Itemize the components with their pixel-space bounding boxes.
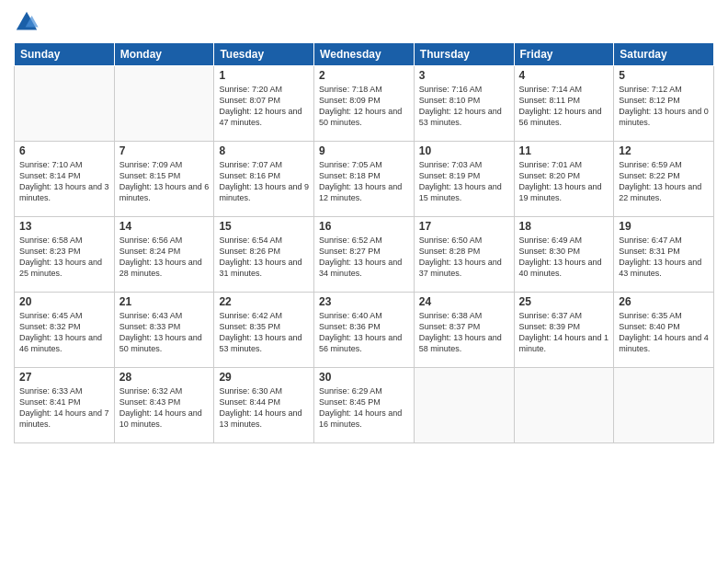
cell-content: Sunrise: 6:45 AM Sunset: 8:32 PM Dayligh… <box>19 310 109 355</box>
day-number: 21 <box>119 295 210 308</box>
cell-content: Sunrise: 7:03 AM Sunset: 8:19 PM Dayligh… <box>419 159 509 204</box>
calendar-cell: 1Sunrise: 7:20 AM Sunset: 8:07 PM Daylig… <box>214 66 314 142</box>
cell-content: Sunrise: 6:42 AM Sunset: 8:35 PM Dayligh… <box>219 310 309 355</box>
cell-content: Sunrise: 6:30 AM Sunset: 8:44 PM Dayligh… <box>219 385 309 431</box>
cell-content: Sunrise: 7:14 AM Sunset: 8:11 PM Dayligh… <box>519 84 609 129</box>
cell-content: Sunrise: 6:59 AM Sunset: 8:22 PM Dayligh… <box>619 159 709 204</box>
day-number: 5 <box>619 69 709 82</box>
day-header: Saturday <box>614 43 714 66</box>
calendar-cell <box>15 66 115 142</box>
day-number: 14 <box>119 220 210 233</box>
calendar-cell: 20Sunrise: 6:45 AM Sunset: 8:32 PM Dayli… <box>15 293 115 368</box>
calendar-cell: 25Sunrise: 6:37 AM Sunset: 8:39 PM Dayli… <box>514 293 614 368</box>
calendar-cell <box>614 368 714 443</box>
calendar-cell: 23Sunrise: 6:40 AM Sunset: 8:36 PM Dayli… <box>314 293 415 368</box>
calendar-cell: 3Sunrise: 7:16 AM Sunset: 8:10 PM Daylig… <box>414 66 514 142</box>
calendar-cell: 10Sunrise: 7:03 AM Sunset: 8:19 PM Dayli… <box>414 142 514 217</box>
cell-content: Sunrise: 7:09 AM Sunset: 8:15 PM Dayligh… <box>119 159 210 204</box>
day-header: Thursday <box>414 43 514 66</box>
calendar-cell: 13Sunrise: 6:58 AM Sunset: 8:23 PM Dayli… <box>15 217 115 293</box>
day-number: 9 <box>319 144 409 157</box>
page: SundayMondayTuesdayWednesdayThursdayFrid… <box>0 0 728 563</box>
calendar-header-row: SundayMondayTuesdayWednesdayThursdayFrid… <box>15 43 714 66</box>
day-number: 29 <box>219 371 309 384</box>
calendar-cell <box>514 368 614 443</box>
calendar-cell: 30Sunrise: 6:29 AM Sunset: 8:45 PM Dayli… <box>314 368 415 443</box>
cell-content: Sunrise: 6:37 AM Sunset: 8:39 PM Dayligh… <box>519 310 609 355</box>
calendar-cell: 29Sunrise: 6:30 AM Sunset: 8:44 PM Dayli… <box>214 368 314 443</box>
day-header: Monday <box>114 43 214 66</box>
day-header: Friday <box>514 43 614 66</box>
day-number: 20 <box>19 295 109 308</box>
calendar-cell: 17Sunrise: 6:50 AM Sunset: 8:28 PM Dayli… <box>414 217 514 293</box>
day-number: 1 <box>219 69 309 82</box>
calendar: SundayMondayTuesdayWednesdayThursdayFrid… <box>14 42 714 443</box>
day-number: 16 <box>319 220 409 233</box>
calendar-cell: 8Sunrise: 7:07 AM Sunset: 8:16 PM Daylig… <box>214 142 314 217</box>
day-number: 17 <box>419 220 509 233</box>
calendar-cell: 2Sunrise: 7:18 AM Sunset: 8:09 PM Daylig… <box>314 66 415 142</box>
day-number: 19 <box>619 220 709 233</box>
day-number: 24 <box>419 295 509 308</box>
cell-content: Sunrise: 6:49 AM Sunset: 8:30 PM Dayligh… <box>519 235 609 280</box>
day-header: Wednesday <box>314 43 415 66</box>
day-number: 23 <box>319 295 409 308</box>
calendar-week-row: 27Sunrise: 6:33 AM Sunset: 8:41 PM Dayli… <box>15 368 714 443</box>
cell-content: Sunrise: 6:35 AM Sunset: 8:40 PM Dayligh… <box>619 310 709 355</box>
cell-content: Sunrise: 7:01 AM Sunset: 8:20 PM Dayligh… <box>519 159 609 204</box>
calendar-cell: 26Sunrise: 6:35 AM Sunset: 8:40 PM Dayli… <box>614 293 714 368</box>
calendar-cell: 24Sunrise: 6:38 AM Sunset: 8:37 PM Dayli… <box>414 293 514 368</box>
day-header: Sunday <box>15 43 115 66</box>
day-number: 25 <box>519 295 609 308</box>
cell-content: Sunrise: 7:12 AM Sunset: 8:12 PM Dayligh… <box>619 84 709 129</box>
day-number: 4 <box>519 69 609 82</box>
calendar-cell: 28Sunrise: 6:32 AM Sunset: 8:43 PM Dayli… <box>114 368 214 443</box>
calendar-cell: 15Sunrise: 6:54 AM Sunset: 8:26 PM Dayli… <box>214 217 314 293</box>
cell-content: Sunrise: 6:52 AM Sunset: 8:27 PM Dayligh… <box>319 235 409 280</box>
calendar-cell: 6Sunrise: 7:10 AM Sunset: 8:14 PM Daylig… <box>15 142 115 217</box>
cell-content: Sunrise: 6:56 AM Sunset: 8:24 PM Dayligh… <box>119 235 210 280</box>
day-number: 30 <box>319 371 409 384</box>
calendar-cell <box>114 66 214 142</box>
calendar-cell: 5Sunrise: 7:12 AM Sunset: 8:12 PM Daylig… <box>614 66 714 142</box>
day-number: 27 <box>19 371 109 384</box>
calendar-cell: 19Sunrise: 6:47 AM Sunset: 8:31 PM Dayli… <box>614 217 714 293</box>
cell-content: Sunrise: 7:07 AM Sunset: 8:16 PM Dayligh… <box>219 159 309 204</box>
calendar-week-row: 1Sunrise: 7:20 AM Sunset: 8:07 PM Daylig… <box>15 66 714 142</box>
calendar-week-row: 13Sunrise: 6:58 AM Sunset: 8:23 PM Dayli… <box>15 217 714 293</box>
day-number: 26 <box>619 295 709 308</box>
logo-icon <box>14 9 40 35</box>
cell-content: Sunrise: 6:54 AM Sunset: 8:26 PM Dayligh… <box>219 235 309 280</box>
day-number: 18 <box>519 220 609 233</box>
cell-content: Sunrise: 6:47 AM Sunset: 8:31 PM Dayligh… <box>619 235 709 280</box>
cell-content: Sunrise: 6:32 AM Sunset: 8:43 PM Dayligh… <box>119 385 210 431</box>
calendar-cell: 16Sunrise: 6:52 AM Sunset: 8:27 PM Dayli… <box>314 217 415 293</box>
day-number: 3 <box>419 69 509 82</box>
day-header: Tuesday <box>214 43 314 66</box>
calendar-week-row: 6Sunrise: 7:10 AM Sunset: 8:14 PM Daylig… <box>15 142 714 217</box>
calendar-cell: 9Sunrise: 7:05 AM Sunset: 8:18 PM Daylig… <box>314 142 415 217</box>
calendar-cell: 12Sunrise: 6:59 AM Sunset: 8:22 PM Dayli… <box>614 142 714 217</box>
cell-content: Sunrise: 7:10 AM Sunset: 8:14 PM Dayligh… <box>19 159 109 204</box>
day-number: 15 <box>219 220 309 233</box>
day-number: 10 <box>419 144 509 157</box>
cell-content: Sunrise: 7:05 AM Sunset: 8:18 PM Dayligh… <box>319 159 409 204</box>
cell-content: Sunrise: 6:50 AM Sunset: 8:28 PM Dayligh… <box>419 235 509 280</box>
header <box>14 9 714 35</box>
cell-content: Sunrise: 6:40 AM Sunset: 8:36 PM Dayligh… <box>319 310 409 355</box>
day-number: 2 <box>319 69 409 82</box>
cell-content: Sunrise: 6:38 AM Sunset: 8:37 PM Dayligh… <box>419 310 509 355</box>
cell-content: Sunrise: 7:20 AM Sunset: 8:07 PM Dayligh… <box>219 84 309 129</box>
cell-content: Sunrise: 6:58 AM Sunset: 8:23 PM Dayligh… <box>19 235 109 280</box>
day-number: 7 <box>119 144 210 157</box>
calendar-cell: 21Sunrise: 6:43 AM Sunset: 8:33 PM Dayli… <box>114 293 214 368</box>
calendar-week-row: 20Sunrise: 6:45 AM Sunset: 8:32 PM Dayli… <box>15 293 714 368</box>
cell-content: Sunrise: 7:18 AM Sunset: 8:09 PM Dayligh… <box>319 84 409 129</box>
calendar-cell: 18Sunrise: 6:49 AM Sunset: 8:30 PM Dayli… <box>514 217 614 293</box>
calendar-cell <box>414 368 514 443</box>
calendar-cell: 27Sunrise: 6:33 AM Sunset: 8:41 PM Dayli… <box>15 368 115 443</box>
cell-content: Sunrise: 6:33 AM Sunset: 8:41 PM Dayligh… <box>19 385 109 431</box>
day-number: 6 <box>19 144 109 157</box>
day-number: 11 <box>519 144 609 157</box>
calendar-cell: 22Sunrise: 6:42 AM Sunset: 8:35 PM Dayli… <box>214 293 314 368</box>
